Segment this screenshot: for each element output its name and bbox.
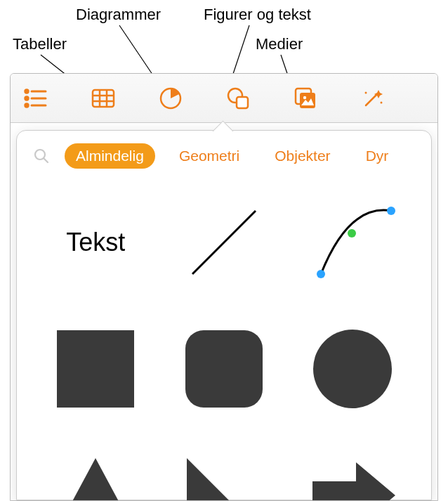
svg-rect-30 (57, 330, 134, 408)
list-icon (22, 84, 50, 112)
svg-marker-35 (312, 462, 395, 501)
svg-line-21 (366, 94, 377, 105)
svg-line-26 (192, 211, 256, 274)
tab-objects[interactable]: Objekter (263, 143, 341, 169)
callout-tables: Tabeller (13, 35, 67, 53)
svg-point-28 (387, 207, 395, 215)
shape-triangle[interactable] (42, 443, 150, 501)
shape-arrow[interactable] (298, 443, 406, 501)
svg-point-8 (25, 103, 28, 106)
svg-point-27 (317, 270, 325, 278)
search-button[interactable] (31, 147, 52, 165)
charts-button[interactable] (152, 80, 189, 117)
shape-square[interactable] (42, 316, 150, 422)
callout-charts: Diagrammer (76, 6, 161, 24)
media-button[interactable] (287, 80, 324, 117)
callout-shapes-text: Figurer og tekst (204, 6, 311, 24)
triangle-icon (50, 450, 141, 501)
svg-point-4 (25, 89, 28, 92)
shapes-popover: Almindelig Geometri Objekter Dyr Tekst (16, 130, 432, 500)
rounded-square-icon (178, 323, 270, 415)
svg-rect-19 (300, 93, 315, 108)
toc-button[interactable] (18, 80, 54, 117)
wand-icon (359, 84, 387, 112)
shape-text[interactable]: Tekst (42, 190, 150, 295)
svg-rect-31 (185, 330, 263, 408)
svg-marker-34 (187, 458, 261, 501)
tab-geometry[interactable]: Geometri (168, 143, 251, 169)
media-icon (291, 84, 319, 112)
svg-point-23 (381, 101, 383, 103)
svg-point-20 (303, 96, 306, 98)
line-icon (178, 197, 270, 288)
shape-curve[interactable] (298, 190, 406, 295)
svg-point-32 (313, 330, 392, 408)
toolbar (11, 74, 437, 123)
svg-rect-17 (237, 97, 248, 108)
table-icon (89, 84, 117, 112)
svg-line-25 (44, 158, 48, 162)
tab-basic[interactable]: Almindelig (65, 143, 155, 169)
tab-animals[interactable]: Dyr (355, 143, 400, 169)
shape-rounded-square[interactable] (171, 316, 278, 422)
circle-icon (307, 323, 398, 415)
panel: Almindelig Geometri Objekter Dyr Tekst (10, 73, 438, 501)
svg-point-22 (365, 91, 367, 93)
square-icon (50, 323, 141, 415)
arrow-icon (307, 450, 398, 501)
shape-line[interactable] (171, 190, 278, 295)
chart-icon (157, 84, 185, 112)
search-icon (32, 147, 51, 165)
svg-marker-33 (55, 458, 136, 501)
svg-point-6 (25, 96, 28, 99)
shapes-icon (224, 84, 252, 112)
right-triangle-icon (178, 450, 270, 501)
shapes-button[interactable] (220, 80, 256, 117)
callout-media: Medier (256, 35, 303, 53)
category-tabs: Almindelig Geometri Objekter Dyr (17, 131, 431, 176)
svg-rect-10 (93, 90, 114, 107)
shapes-grid: Tekst (17, 176, 431, 501)
curve-icon (307, 197, 398, 288)
shape-right-triangle[interactable] (171, 443, 278, 501)
text-shape-label: Tekst (66, 228, 125, 257)
tables-button[interactable] (85, 80, 121, 117)
svg-point-29 (348, 229, 356, 238)
effects-button[interactable] (355, 80, 391, 117)
shape-circle[interactable] (298, 316, 406, 422)
